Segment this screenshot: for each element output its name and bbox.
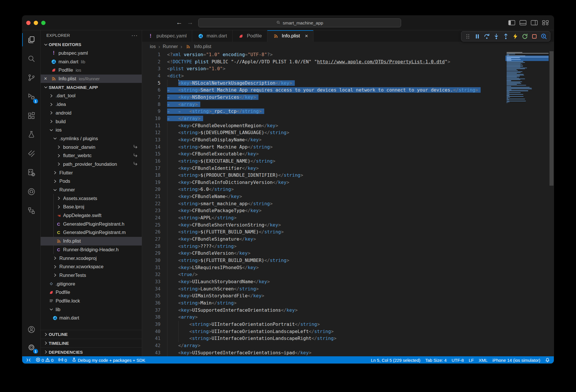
tree-item-main-dart[interactable]: main.dart — [41, 314, 142, 322]
activity-bar-item-testing[interactable] — [22, 125, 40, 144]
tree-item-ios[interactable]: ios — [41, 126, 142, 134]
code-line-content[interactable]: <string>UIInterfaceOrientationLandscapeL… — [167, 328, 554, 335]
line-number[interactable]: 21 — [142, 193, 167, 200]
line-number[interactable]: 33 — [142, 278, 167, 286]
tab-pubspec-yaml[interactable]: ! pubspec.yaml — [142, 30, 192, 42]
tree-item-android[interactable]: android — [41, 109, 142, 117]
code-line-content[interactable]: <plist version="1.0"> — [167, 65, 554, 73]
tree-item-runner-bridging-header-h[interactable]: C Runner-Bridging-Header.h — [41, 246, 142, 254]
open-editor-main-dart[interactable]: main.dart lib — [41, 57, 142, 66]
tree-item-runnertests[interactable]: RunnerTests — [41, 271, 142, 280]
line-number[interactable]: 32 — [142, 271, 167, 278]
code-line-content[interactable]: <key>CFBundleSignature</key> — [167, 236, 554, 243]
line-number[interactable]: 10 — [142, 115, 167, 122]
close-icon[interactable]: × — [305, 33, 308, 39]
line-number[interactable]: 42 — [142, 342, 167, 349]
tree-item-bonsoir-darwin[interactable]: bonsoir_darwin — [41, 143, 142, 151]
tree-item-symlinks-plugins[interactable]: .symlinks / plugins — [41, 134, 142, 143]
code-line-content[interactable]: <string>$(PRODUCT_BUNDLE_IDENTIFIER)</st… — [167, 172, 554, 179]
code-line-content[interactable]: <string>$(FLUTTER_BUILD_NAME)</string> — [167, 229, 554, 236]
activity-bar-item-source-control[interactable] — [22, 68, 40, 87]
breadcrumb-item-ios[interactable]: ios — [150, 44, 156, 49]
code-line-content[interactable]: <key>CFBundleExecutable</key> — [167, 151, 554, 158]
tree-item-podfile-lock[interactable]: Podfile.lock — [41, 297, 142, 305]
code-line-content[interactable]: </array> — [167, 342, 554, 349]
tree-item-assets-xcassets[interactable]: Assets.xcassets — [41, 194, 142, 203]
tree-item-idea[interactable]: .idea — [41, 100, 142, 109]
line-number[interactable]: 29 — [142, 250, 167, 257]
line-number[interactable]: 8 — [142, 101, 167, 108]
scrollbar-thumb[interactable] — [549, 51, 554, 186]
line-number[interactable]: 17 — [142, 165, 167, 172]
line-number[interactable]: 1 — [142, 51, 167, 58]
code-line-content[interactable]: <key>LSRequiresIPhoneOS</key> — [167, 264, 554, 271]
line-number[interactable]: 26 — [142, 229, 167, 236]
activity-bar-item-code-tools[interactable] — [22, 163, 40, 182]
tree-item-base-lproj[interactable]: Base.lproj — [41, 203, 142, 211]
line-number[interactable]: 6 — [142, 87, 167, 94]
activity-bar-item-explorer[interactable] — [22, 30, 40, 49]
open-editor-pubspec-yaml[interactable]: ! pubspec.yaml — [41, 49, 142, 58]
tree-item-path-provider-foundation[interactable]: path_provider_foundation — [41, 160, 142, 169]
line-number[interactable]: 27 — [142, 236, 167, 243]
line-number[interactable]: 41 — [142, 335, 167, 342]
code-line-content[interactable]: <string>UIInterfaceOrientationPortrait</… — [167, 321, 554, 328]
layout-panel-icon[interactable] — [520, 20, 526, 25]
activity-bar-item-run-debug[interactable]: 1 — [22, 87, 40, 106]
restart-icon[interactable] — [521, 33, 528, 40]
code-line-content[interactable]: →→<string>_rpc._tcp</string> — [167, 108, 554, 115]
activity-bar-item-accounts[interactable] — [22, 321, 40, 338]
line-number[interactable]: 39 — [142, 321, 167, 328]
ports-status[interactable]: 0 — [58, 357, 67, 363]
line-number[interactable]: 36 — [142, 300, 167, 307]
open-editors-header[interactable]: OPEN EDITORS — [41, 40, 142, 49]
line-number[interactable]: 23 — [142, 207, 167, 214]
history-forward-button[interactable]: → — [186, 16, 194, 30]
code-line-content[interactable]: <key>CFBundleVersion</key> — [167, 250, 554, 257]
close-icon[interactable]: × — [41, 76, 50, 82]
code-line-content[interactable]: <string>smart_machine_app</string> — [167, 200, 554, 208]
code-line-content[interactable]: →<key>NSBonjourServices</key> — [167, 94, 554, 101]
code-line-content[interactable]: <string>Smart Machine App</string> — [167, 144, 554, 151]
line-number[interactable]: 34 — [142, 286, 167, 293]
code-line-content[interactable]: <string>$(DEVELOPMENT_LANGUAGE)</string> — [167, 129, 554, 136]
code-line-content[interactable]: <key>CFBundlePackageType</key> — [167, 207, 554, 214]
tree-item-pods[interactable]: Pods — [41, 177, 142, 186]
line-number[interactable]: 14 — [142, 144, 167, 151]
tree-item-flutter[interactable]: Flutter — [41, 168, 142, 177]
tree-item-lib[interactable]: lib — [41, 305, 142, 314]
line-number[interactable]: 7 — [142, 94, 167, 101]
code-line-content[interactable]: <key>CFBundleName</key> — [167, 193, 554, 200]
command-center-search[interactable]: smart_machine_app — [198, 18, 401, 27]
eol-status[interactable]: LF — [469, 358, 474, 363]
line-number[interactable]: 3 — [142, 65, 167, 73]
code-line-content[interactable]: <string>UIInterfaceOrientationLandscapeR… — [167, 335, 554, 342]
device-status[interactable]: iPhone 14 (ios simulator) — [492, 358, 540, 363]
tab-podfile[interactable]: Podfile — [233, 30, 267, 42]
inspect-widget-icon[interactable] — [540, 33, 547, 40]
editor-scrollbar[interactable] — [549, 51, 554, 356]
line-number[interactable]: 9 — [142, 108, 167, 115]
tree-item-appdelegate-swift[interactable]: AppDelegate.swift — [41, 211, 142, 220]
code-line-content[interactable]: <string>LaunchScreen</string> — [167, 286, 554, 293]
code-line-content[interactable]: →<string>Smart Machine App requires acce… — [167, 87, 554, 94]
line-number[interactable]: 24 — [142, 214, 167, 222]
tree-item-dart-tool[interactable]: .dart_tool — [41, 92, 142, 100]
code-line-content[interactable]: <key>UISupportedInterfaceOrientations</k… — [167, 307, 554, 314]
line-number[interactable]: 22 — [142, 200, 167, 208]
step-out-icon[interactable] — [502, 33, 509, 40]
code-line-content[interactable]: <string>$(FLUTTER_BUILD_NUMBER)</string> — [167, 257, 554, 264]
line-number[interactable]: 31 — [142, 264, 167, 271]
line-number[interactable]: 13 — [142, 136, 167, 144]
line-number[interactable]: 11 — [142, 122, 167, 130]
problems-status[interactable]: 0 0 — [36, 357, 54, 363]
code-line-content[interactable]: <true/> — [167, 271, 554, 278]
code-line-content[interactable]: <dict> — [167, 73, 554, 80]
activity-bar-item-flutter[interactable] — [22, 144, 40, 163]
code-line-content[interactable]: <string>????</string> — [167, 243, 554, 250]
line-number[interactable]: 2 — [142, 58, 167, 66]
tree-item-runner-xcworkspace[interactable]: Runner.xcworkspace — [41, 262, 142, 271]
debug-config-status[interactable]: Debug my code + packages + SDK — [72, 357, 145, 363]
line-number[interactable]: 28 — [142, 243, 167, 250]
tree-item-build[interactable]: build — [41, 117, 142, 126]
